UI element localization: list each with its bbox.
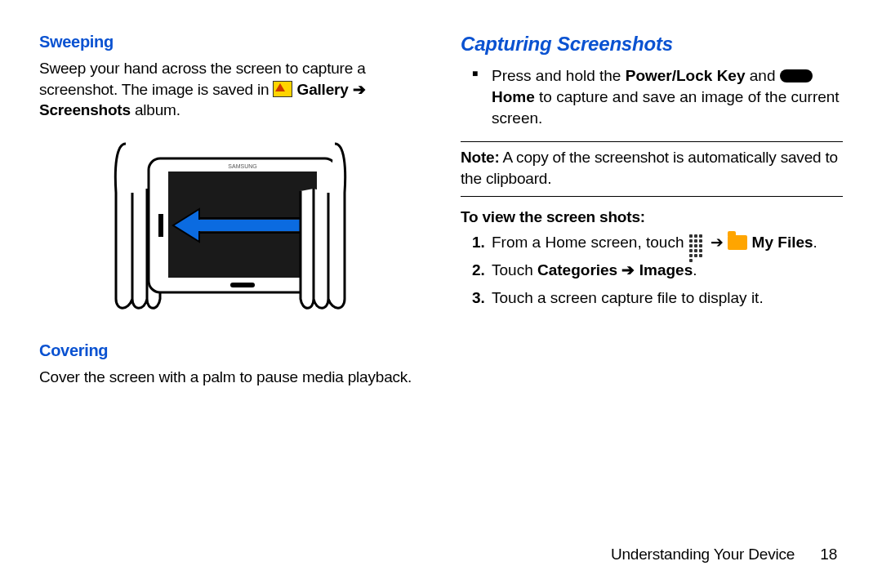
divider-top: [461, 141, 843, 142]
sweeping-text-b: album.: [135, 101, 180, 118]
covering-paragraph: Cover the screen with a palm to pause me…: [39, 367, 421, 388]
capturing-heading: Capturing Screenshots: [461, 31, 843, 57]
svg-rect-11: [191, 220, 302, 231]
step2-c: .: [693, 261, 697, 278]
footer-section: Understanding Your Device: [611, 546, 795, 563]
step1-arrow: ➔: [710, 234, 728, 251]
capture-bullet-list: Press and hold the Power/Lock Key and Ho…: [461, 65, 843, 128]
folder-icon: [728, 235, 747, 250]
power-lock-key-label: Power/Lock Key: [626, 67, 746, 84]
home-label: Home: [492, 88, 535, 105]
view-steps: From a Home screen, touch ➔ My Files. To…: [461, 232, 843, 308]
step1-c: .: [813, 234, 817, 251]
covering-heading: Covering: [39, 340, 421, 362]
step-2: Touch Categories ➔ Images.: [461, 260, 843, 281]
bullet-text-b: to capture and save an image of the curr…: [492, 88, 840, 127]
sweeping-paragraph: Sweep your hand across the screen to cap…: [39, 58, 421, 121]
step1-a: From a Home screen, touch: [492, 234, 688, 251]
bullet-text-a: Press and hold the: [492, 67, 626, 84]
my-files-label: My Files: [752, 234, 813, 251]
step-3: Touch a screen capture file to display i…: [461, 287, 843, 309]
home-key-icon: [780, 69, 813, 82]
page-number: 18: [820, 546, 837, 563]
view-subhead: To view the screen shots:: [461, 207, 843, 228]
page-footer: Understanding Your Device 18: [611, 544, 837, 565]
bullet-mid: and: [750, 67, 780, 84]
step-1: From a Home screen, touch ➔ My Files.: [461, 232, 843, 253]
note-paragraph: Note: A copy of the screenshot is automa…: [461, 147, 843, 189]
step2-a: Touch: [492, 261, 537, 278]
categories-images-label: Categories ➔ Images: [537, 261, 693, 278]
left-column: Sweeping Sweep your hand across the scre…: [39, 31, 421, 394]
note-text: A copy of the screenshot is automaticall…: [461, 149, 838, 187]
svg-rect-3: [230, 283, 255, 287]
sweeping-heading: Sweeping: [39, 31, 421, 53]
svg-text:SAMSUNG: SAMSUNG: [228, 163, 256, 169]
divider-bottom: [461, 196, 843, 197]
sweeping-illustration: SAMSUNG: [100, 136, 361, 315]
svg-rect-2: [158, 214, 163, 237]
note-label: Note:: [461, 149, 500, 166]
capture-bullet: Press and hold the Power/Lock Key and Ho…: [461, 65, 843, 128]
right-column: Capturing Screenshots Press and hold the…: [461, 31, 843, 394]
gallery-icon: [273, 81, 292, 97]
apps-grid-icon: [688, 234, 706, 252]
